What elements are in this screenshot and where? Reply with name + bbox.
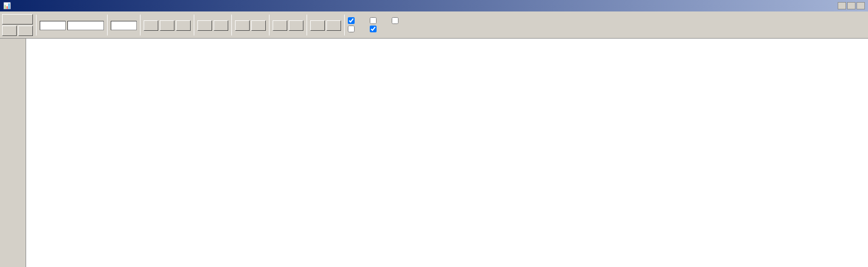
show-cycles-row — [348, 26, 400, 32]
toolbar — [0, 11, 868, 39]
main-area — [0, 39, 868, 267]
show-cycles-checkbox[interactable] — [348, 26, 355, 32]
separator-3 — [140, 15, 140, 35]
minmax-undo-button[interactable] — [214, 20, 228, 31]
signal-info-checkbox[interactable] — [348, 17, 355, 24]
jump-code-button[interactable] — [310, 20, 325, 31]
load-button[interactable] — [2, 26, 17, 36]
zoom-all-button[interactable] — [176, 20, 191, 31]
waveform-area[interactable] — [26, 39, 868, 267]
save-button[interactable] — [18, 26, 33, 36]
zoom-out-button[interactable] — [160, 20, 174, 31]
min-time-value — [40, 21, 66, 30]
jump-trace-button[interactable] — [326, 20, 341, 31]
update-stop-button[interactable] — [235, 20, 250, 31]
zoom-group — [144, 19, 191, 31]
separator-7 — [307, 15, 307, 35]
update-clear-button[interactable] — [251, 20, 266, 31]
signal-labels — [0, 39, 26, 267]
separator-1 — [36, 15, 37, 35]
setup-button[interactable] — [2, 14, 33, 25]
app-icon: 📊 — [3, 2, 11, 9]
separator-4 — [194, 15, 194, 35]
update-group — [235, 19, 266, 31]
minimize-button[interactable] — [838, 2, 846, 9]
options-group — [348, 17, 400, 32]
transition-next-button[interactable] — [289, 20, 303, 31]
time-group — [40, 20, 104, 30]
separator-8 — [344, 15, 345, 35]
title-bar: 📊 — [0, 0, 868, 11]
separator-6 — [269, 15, 269, 35]
transition-group — [273, 19, 303, 31]
minmax-auto-button[interactable] — [197, 20, 212, 31]
jump-group — [310, 19, 341, 31]
separator-2 — [107, 15, 108, 35]
title-bar-controls — [838, 2, 865, 9]
restore-button[interactable] — [847, 2, 855, 9]
cursor-checkbox[interactable] — [370, 26, 377, 32]
max-time-value — [67, 21, 104, 30]
grid-group — [111, 20, 137, 30]
grid-value — [111, 21, 137, 30]
transition-prev-button[interactable] — [273, 20, 287, 31]
separator-5 — [231, 15, 232, 35]
close-button[interactable] — [857, 2, 865, 9]
minmax-group — [197, 19, 228, 31]
waveform-canvas — [26, 39, 868, 267]
amplitude-checkbox[interactable] — [370, 17, 377, 24]
zoom-in-button[interactable] — [144, 20, 158, 31]
file-group — [2, 14, 33, 36]
signal-info-row — [348, 17, 400, 24]
timestamps-checkbox[interactable] — [392, 17, 398, 24]
